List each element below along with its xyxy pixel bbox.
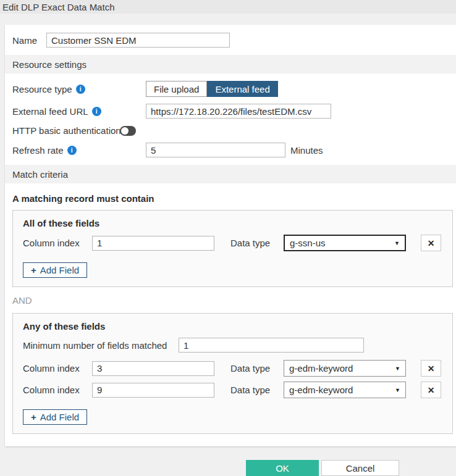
external-feed-url-row: External feed URL i	[12, 104, 456, 119]
refresh-rate-input[interactable]	[146, 143, 285, 157]
section-match-criteria-title: Match criteria	[12, 169, 68, 180]
resource-type-label: Resource type	[12, 84, 72, 94]
refresh-rate-label: Refresh rate	[12, 145, 64, 156]
info-icon[interactable]: i	[67, 146, 77, 155]
data-type-label: Data type	[230, 238, 284, 248]
info-icon[interactable]: i	[92, 107, 101, 116]
match-criteria-subtitle: A matching record must contain	[12, 193, 456, 204]
column-index-label: Column index	[23, 363, 92, 374]
page-title: Edit DLP Exact Data Match	[2, 2, 114, 12]
plus-icon: +	[31, 412, 36, 422]
resource-type-option-external-feed[interactable]: External feed	[207, 81, 277, 97]
data-type-label: Data type	[230, 363, 284, 374]
data-type-select[interactable]: g-ssn-us ▼	[284, 235, 406, 251]
refresh-rate-unit: Minutes	[290, 145, 323, 156]
edit-edm-panel: Name Resource settings Resource type i F…	[5, 25, 456, 446]
name-input[interactable]	[46, 33, 230, 48]
add-field-label: Add Field	[40, 412, 79, 422]
chevron-down-icon: ▼	[395, 365, 400, 372]
any-of-these-fields-box: Any of these fields Minimum number of fi…	[12, 313, 453, 434]
column-index-input[interactable]	[92, 361, 214, 376]
chevron-down-icon: ▼	[395, 387, 400, 393]
name-label: Name	[12, 35, 46, 46]
remove-field-button[interactable]: ✕	[421, 235, 441, 251]
refresh-rate-row: Refresh rate i Minutes	[12, 143, 456, 157]
column-index-input[interactable]	[92, 236, 214, 251]
add-field-button[interactable]: + Add Field	[23, 409, 87, 425]
any-fields-title: Any of these fields	[23, 321, 442, 332]
data-type-select[interactable]: g-edm-keyword ▼	[284, 382, 406, 398]
add-field-button[interactable]: + Add Field	[23, 262, 87, 278]
add-field-label: Add Field	[40, 265, 79, 275]
close-icon: ✕	[428, 364, 435, 374]
toggle-knob	[121, 127, 129, 135]
minimum-fields-label: Minimum number of fields matched	[23, 340, 179, 351]
field-row: Column index Data type g-edm-keyword ▼ ✕	[23, 382, 442, 398]
resource-type-row: Resource type i File upload External fee…	[12, 81, 456, 97]
all-of-these-fields-box: All of these fields Column index Data ty…	[12, 210, 453, 287]
page-title-bar: Edit DLP Exact Data Match	[0, 0, 456, 14]
external-feed-url-input[interactable]	[146, 104, 331, 119]
data-type-selected-value: g-ssn-us	[290, 238, 326, 248]
field-row: Column index Data type g-ssn-us ▼ ✕	[23, 235, 442, 251]
http-basic-auth-label: HTTP basic authentication	[12, 125, 121, 136]
remove-field-button[interactable]: ✕	[421, 382, 441, 398]
column-index-label: Column index	[23, 385, 92, 395]
cancel-button[interactable]: Cancel	[321, 460, 399, 476]
name-row: Name	[12, 33, 456, 48]
data-type-selected-value: g-edm-keyword	[289, 385, 353, 395]
chevron-down-icon: ▼	[394, 240, 400, 246]
field-row: Column index Data type g-edm-keyword ▼ ✕	[23, 360, 442, 377]
close-icon: ✕	[428, 385, 435, 395]
section-match-criteria: Match criteria	[5, 165, 456, 183]
resource-type-option-file-upload[interactable]: File upload	[146, 81, 207, 97]
minimum-fields-input[interactable]	[179, 338, 364, 353]
data-type-label: Data type	[230, 385, 284, 395]
and-operator: AND	[12, 295, 456, 306]
close-icon: ✕	[428, 238, 435, 248]
dialog-actions: OK Cancel	[246, 460, 456, 476]
info-icon[interactable]: i	[76, 85, 85, 94]
section-resource-settings: Resource settings	[5, 55, 456, 73]
remove-field-button[interactable]: ✕	[421, 360, 441, 377]
data-type-select[interactable]: g-edm-keyword ▼	[284, 360, 406, 377]
all-fields-title: All of these fields	[23, 218, 442, 228]
http-basic-auth-row: HTTP basic authentication	[12, 125, 456, 136]
external-feed-url-label: External feed URL	[12, 106, 88, 117]
resource-type-segmented: File upload External feed	[146, 81, 278, 97]
column-index-label: Column index	[23, 238, 92, 248]
plus-icon: +	[31, 265, 36, 275]
http-basic-auth-toggle[interactable]	[120, 126, 136, 136]
section-resource-settings-title: Resource settings	[12, 59, 87, 70]
column-index-input[interactable]	[92, 383, 214, 398]
ok-button[interactable]: OK	[246, 460, 319, 476]
data-type-selected-value: g-edm-keyword	[289, 363, 353, 374]
minimum-fields-row: Minimum number of fields matched	[23, 338, 442, 353]
